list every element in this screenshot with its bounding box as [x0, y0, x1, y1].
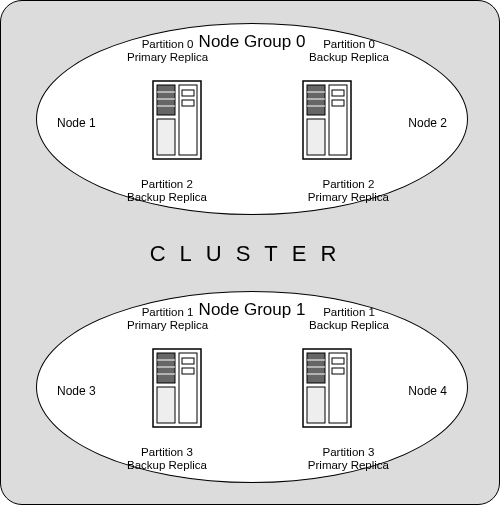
partition-label: Partition 2 Backup Replica	[127, 178, 207, 204]
server-icon	[302, 348, 352, 428]
svg-rect-10	[307, 85, 325, 115]
node-label: Node 2	[408, 116, 447, 130]
partition-label: Partition 3 Backup Replica	[127, 446, 207, 472]
partition-label: Partition 0 Backup Replica	[309, 38, 389, 64]
node-group-0: Node Group 0 Partition 0 Primary Replica…	[36, 23, 468, 215]
svg-rect-14	[307, 119, 325, 155]
partition-label: Partition 1 Primary Replica	[127, 306, 208, 332]
svg-rect-5	[157, 119, 175, 155]
server-icon	[152, 348, 202, 428]
node-group-title: Node Group 1	[199, 300, 306, 320]
node-group-title: Node Group 0	[199, 32, 306, 52]
partition-label: Partition 2 Primary Replica	[308, 178, 389, 204]
node-label: Node 1	[57, 116, 96, 130]
svg-rect-1	[157, 85, 175, 115]
partition-label: Partition 3 Primary Replica	[308, 446, 389, 472]
node-group-1: Node Group 1 Partition 1 Primary Replica…	[36, 291, 468, 483]
server-icon	[302, 80, 352, 160]
cluster-diagram: Node Group 0 Partition 0 Primary Replica…	[0, 0, 500, 505]
partition-label: Partition 0 Primary Replica	[127, 38, 208, 64]
svg-rect-19	[157, 353, 175, 383]
node-label: Node 3	[57, 384, 96, 398]
server-icon	[152, 80, 202, 160]
svg-rect-23	[157, 387, 175, 423]
partition-label: Partition 1 Backup Replica	[309, 306, 389, 332]
svg-rect-28	[307, 353, 325, 383]
cluster-label: CLUSTER	[1, 241, 499, 267]
node-label: Node 4	[408, 384, 447, 398]
svg-rect-32	[307, 387, 325, 423]
